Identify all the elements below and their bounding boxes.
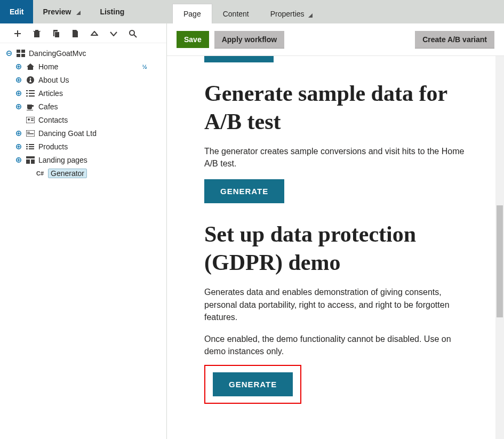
svg-rect-6: [21, 54, 25, 57]
expand-icon[interactable]: [16, 157, 21, 163]
scrollbar[interactable]: [495, 56, 504, 439]
status-published-icon: [151, 76, 159, 84]
tree-node-cafes[interactable]: Cafes: [3, 100, 163, 113]
section-text-gdpr-1: Generates data and enables demonstration…: [204, 286, 467, 323]
dropdown-caret-icon: [308, 13, 313, 18]
move-down-icon[interactable]: [109, 29, 118, 38]
highlighted-generate-box: GENERATE: [204, 365, 301, 404]
tab-preview[interactable]: Preview: [33, 0, 90, 23]
csharp-icon: C#: [35, 169, 45, 178]
tab-preview-label: Preview: [43, 7, 71, 16]
status-published-icon: [151, 170, 159, 177]
list-icon: [26, 89, 35, 98]
content-tree: DancingGoatMvc Home ½ About Us Articles: [0, 43, 166, 439]
expand-icon[interactable]: [16, 64, 21, 69]
section-title-abtest: Generate sample data for A/B test: [204, 79, 467, 135]
tree-node-articles[interactable]: Articles: [3, 86, 163, 100]
svg-rect-47: [29, 148, 34, 149]
cup-icon: [26, 102, 35, 111]
delete-icon[interactable]: [32, 29, 42, 38]
action-bar: Save Apply workflow Create A/B variant: [167, 23, 504, 56]
tree-node-generator[interactable]: C# Generator: [3, 166, 163, 180]
svg-rect-41: [18, 145, 19, 148]
status-published-icon: [151, 130, 159, 137]
expand-icon[interactable]: [16, 77, 21, 83]
create-ab-variant-button[interactable]: Create A/B variant: [415, 31, 494, 48]
tree-label: Products: [38, 142, 148, 151]
svg-rect-20: [26, 90, 28, 91]
tree-label: Cafes: [38, 102, 148, 111]
section-text-gdpr-2: Once enabled, the demo functionality can…: [204, 333, 467, 357]
card-icon: [26, 129, 35, 138]
expand-icon[interactable]: [16, 144, 21, 149]
svg-rect-28: [18, 105, 19, 108]
scrollbar-thumb[interactable]: [497, 205, 503, 317]
save-label: Save: [184, 35, 202, 44]
svg-rect-50: [18, 158, 19, 161]
tab-content-label: Content: [223, 10, 249, 18]
tab-properties-label: Properties: [270, 10, 305, 18]
card-icon: [26, 115, 35, 125]
tab-content[interactable]: Content: [212, 4, 260, 23]
svg-point-0: [130, 30, 134, 35]
tab-properties[interactable]: Properties: [260, 4, 324, 23]
svg-rect-42: [26, 144, 28, 145]
new-page-icon[interactable]: [13, 29, 22, 38]
tree-node-contacts[interactable]: Contacts: [3, 113, 163, 126]
main-tabs: Page Content Properties: [167, 0, 504, 23]
svg-rect-35: [18, 132, 19, 134]
create-ab-variant-label: Create A/B variant: [422, 35, 487, 44]
page-content-frame: Generate sample data for A/B test The ge…: [167, 56, 504, 439]
layout-icon: [26, 155, 35, 165]
svg-rect-46: [29, 146, 34, 147]
move-up-icon[interactable]: [90, 29, 99, 38]
svg-rect-2: [7, 53, 10, 53]
svg-rect-3: [17, 50, 20, 53]
tab-page[interactable]: Page: [172, 4, 212, 23]
svg-rect-4: [21, 50, 25, 53]
svg-rect-32: [31, 120, 34, 121]
svg-rect-21: [29, 90, 35, 91]
home-icon: [26, 62, 35, 71]
tree-node-home[interactable]: Home ½: [3, 60, 163, 73]
tree-node-company[interactable]: Dancing Goat Ltd: [3, 126, 163, 140]
svg-rect-16: [30, 79, 31, 82]
svg-rect-44: [26, 148, 28, 149]
expand-icon[interactable]: [16, 91, 21, 96]
tree-root[interactable]: DancingGoatMvc: [3, 46, 163, 60]
tree-label-selected: Generator: [48, 169, 87, 178]
generate-abtest-label: GENERATE: [220, 187, 268, 196]
tree-node-landing[interactable]: Landing pages: [3, 153, 163, 166]
tab-listing[interactable]: Listing: [90, 0, 134, 23]
tree-node-about[interactable]: About Us: [3, 73, 163, 86]
svg-rect-24: [26, 95, 28, 97]
document-icon[interactable]: [70, 29, 80, 38]
section-text-abtest: The generator creates sample conversions…: [204, 145, 467, 170]
apply-workflow-label: Apply workflow: [222, 35, 277, 44]
svg-rect-43: [26, 146, 28, 147]
ab-test-flag-icon: ½: [141, 63, 148, 70]
search-icon[interactable]: [128, 29, 138, 38]
cutoff-button: [204, 56, 274, 62]
tree-root-label: DancingGoatMvc: [29, 49, 148, 58]
svg-point-14: [30, 77, 31, 79]
expand-icon[interactable]: [16, 104, 21, 109]
status-published-icon: [151, 63, 159, 70]
site-icon: [16, 49, 26, 58]
generate-gdpr-button[interactable]: GENERATE: [213, 372, 293, 396]
copy-icon[interactable]: [51, 29, 61, 38]
save-button[interactable]: Save: [177, 31, 209, 48]
page-content[interactable]: Generate sample data for A/B test The ge…: [167, 56, 504, 439]
collapse-icon[interactable]: [6, 51, 12, 56]
expand-icon[interactable]: [16, 131, 21, 136]
apply-workflow-button[interactable]: Apply workflow: [214, 31, 284, 48]
status-published-icon: [151, 156, 159, 164]
status-published-icon: [151, 143, 159, 150]
tab-edit[interactable]: Edit: [0, 0, 33, 23]
generate-abtest-button[interactable]: GENERATE: [204, 179, 284, 203]
tree-toolbar: [0, 23, 166, 43]
tree-node-products[interactable]: Products: [3, 140, 163, 153]
svg-rect-52: [26, 159, 30, 164]
info-icon: [26, 75, 35, 85]
status-published-icon: [151, 90, 159, 97]
